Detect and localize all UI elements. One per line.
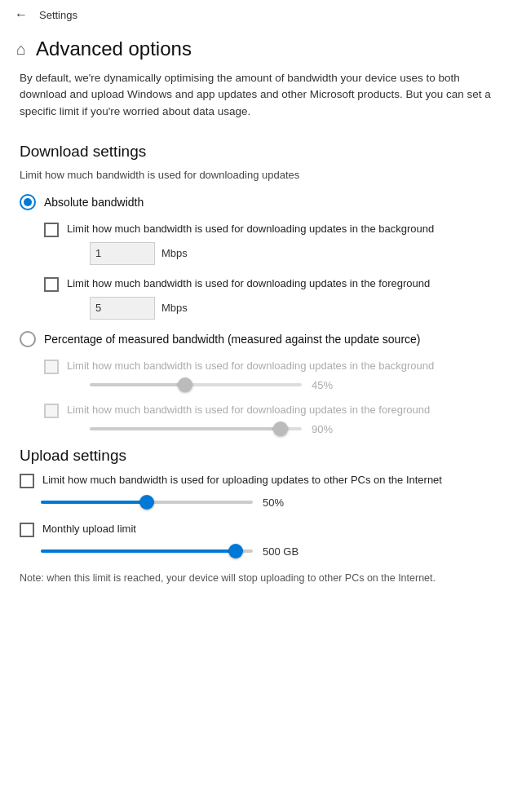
percentage-bg-slider-thumb[interactable]	[178, 377, 192, 392]
absolute-fg-mbps-row: Mbps	[90, 297, 493, 320]
percentage-bg-slider-row: 45%	[90, 379, 493, 391]
absolute-bg-checkbox[interactable]	[44, 223, 59, 237]
percentage-fg-slider-track[interactable]	[90, 427, 302, 430]
download-settings-section: Download settings Limit how much bandwid…	[20, 143, 493, 435]
percentage-fg-checkbox-label: Limit how much bandwidth is used for dow…	[67, 403, 430, 417]
monthly-slider-track[interactable]	[41, 549, 253, 553]
absolute-fg-checkbox-label: Limit how much bandwidth is used for dow…	[67, 276, 430, 291]
monthly-slider-fill	[41, 549, 236, 553]
note-text: Note: when this limit is reached, your d…	[20, 571, 493, 586]
percentage-fg-slider-fill	[90, 427, 281, 430]
percentage-bg-slider-track[interactable]	[90, 383, 302, 386]
upload-slider-row: 50%	[41, 496, 493, 509]
absolute-fg-mbps-label: Mbps	[161, 302, 188, 314]
percentage-fg-slider-row: 90%	[90, 423, 493, 435]
upload-slider-thumb[interactable]	[139, 495, 154, 510]
monthly-value: 500 GB	[263, 545, 303, 558]
upload-percent-value: 50%	[263, 496, 303, 509]
percentage-bandwidth-label: Percentage of measured bandwidth (measur…	[44, 333, 421, 346]
upload-checkbox-1-label: Limit how much bandwidth is used for upl…	[42, 473, 442, 488]
monthly-slider-row: 500 GB	[41, 545, 493, 558]
page-title: Advanced options	[36, 38, 192, 60]
download-section-title: Download settings	[20, 143, 493, 161]
upload-slider-fill	[41, 501, 147, 504]
title-bar: ← Settings	[0, 0, 513, 29]
percentage-fg-checkbox[interactable]	[44, 404, 59, 418]
absolute-bg-checkbox-label: Limit how much bandwidth is used for dow…	[67, 222, 434, 236]
absolute-bandwidth-radio[interactable]: Absolute bandwidth	[20, 194, 493, 210]
percentage-bandwidth-radio-input[interactable]	[20, 331, 36, 347]
home-icon[interactable]: ⌂	[16, 40, 26, 59]
monthly-upload-checkbox[interactable]	[20, 523, 34, 537]
percentage-fg-value: 90%	[312, 423, 344, 435]
absolute-bandwidth-label: Absolute bandwidth	[44, 196, 144, 209]
download-section-subtitle: Limit how much bandwidth is used for dow…	[20, 169, 493, 181]
upload-checkbox-row-1: Limit how much bandwidth is used for upl…	[20, 473, 493, 488]
percentage-fg-slider-thumb[interactable]	[273, 421, 288, 436]
upload-settings-section: Upload settings Limit how much bandwidth…	[20, 447, 493, 586]
back-button[interactable]: ←	[10, 3, 33, 26]
percentage-bg-checkbox[interactable]	[44, 360, 59, 374]
percentage-bandwidth-radio[interactable]: Percentage of measured bandwidth (measur…	[20, 331, 493, 347]
title-bar-text: Settings	[39, 9, 77, 21]
percentage-bg-slider-fill	[90, 383, 185, 386]
absolute-bg-group: Limit how much bandwidth is used for dow…	[44, 222, 493, 320]
absolute-bg-mbps-label: Mbps	[161, 247, 188, 259]
percentage-bg-checkbox-label: Limit how much bandwidth is used for dow…	[67, 359, 434, 373]
absolute-bg-mbps-input[interactable]	[90, 242, 155, 265]
monthly-upload-checkbox-row: Monthly upload limit	[20, 522, 493, 537]
percentage-bg-checkbox-row: Limit how much bandwidth is used for dow…	[44, 359, 493, 374]
description-text: By default, we're dynamically optimising…	[20, 70, 493, 120]
radio-inner	[24, 198, 32, 206]
page-header: ⌂ Advanced options	[0, 29, 513, 70]
absolute-fg-checkbox-row: Limit how much bandwidth is used for dow…	[44, 276, 493, 292]
upload-slider-track[interactable]	[41, 501, 253, 504]
absolute-bg-checkbox-row: Limit how much bandwidth is used for dow…	[44, 222, 493, 237]
upload-checkbox-1[interactable]	[20, 474, 34, 488]
upload-section-title: Upload settings	[20, 447, 493, 465]
percentage-bg-group: Limit how much bandwidth is used for dow…	[44, 359, 493, 435]
monthly-upload-label: Monthly upload limit	[42, 522, 136, 536]
absolute-bg-mbps-row: Mbps	[90, 242, 493, 265]
absolute-bandwidth-radio-input[interactable]	[20, 194, 36, 210]
percentage-fg-checkbox-row: Limit how much bandwidth is used for dow…	[44, 403, 493, 418]
monthly-slider-thumb[interactable]	[228, 544, 243, 558]
percentage-bg-value: 45%	[312, 379, 344, 391]
absolute-fg-mbps-input[interactable]	[90, 297, 155, 320]
main-content: By default, we're dynamically optimising…	[0, 70, 513, 606]
absolute-fg-checkbox[interactable]	[44, 277, 59, 292]
